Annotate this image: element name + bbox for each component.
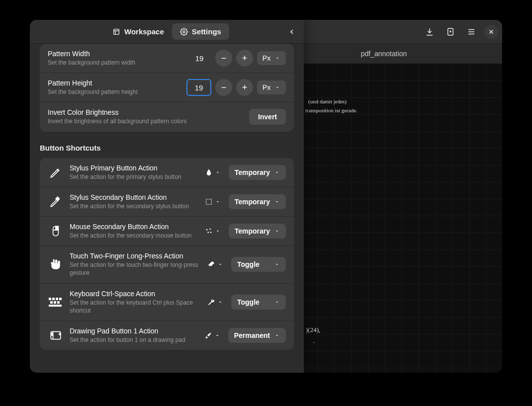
unit-label: Px — [263, 54, 270, 62]
increment-button[interactable]: + — [236, 50, 253, 67]
svg-point-6 — [206, 229, 207, 231]
mode-label: Temporary — [235, 198, 270, 206]
chevron-down-icon — [274, 84, 280, 90]
main-window: eenshots-pages ecture_note_2 pdf_annotat… — [30, 20, 502, 373]
pattern-group: Pattern Width Set the background pattern… — [40, 44, 294, 132]
handwriting: . — [313, 337, 315, 345]
shortcuts-group: Stylus Primary Button Action Set the act… — [40, 158, 294, 350]
increment-button[interactable]: + — [236, 79, 253, 96]
close-icon[interactable] — [484, 25, 498, 39]
unit-label: Px — [263, 83, 270, 91]
collapse-panel-button[interactable] — [284, 24, 300, 40]
mouse-icon — [48, 225, 64, 238]
chevron-down-icon — [214, 332, 220, 338]
decrement-button[interactable]: − — [215, 79, 232, 96]
svg-rect-1 — [114, 29, 119, 34]
svg-rect-14 — [50, 301, 53, 304]
row-subtitle: Set the action for button 1 on a drawing… — [70, 336, 196, 344]
row-subtitle: Set the action for the touch two-finger … — [70, 261, 199, 277]
decrement-button[interactable]: − — [215, 50, 232, 67]
svg-text:+: + — [59, 332, 61, 336]
unit-select[interactable]: Px — [257, 51, 286, 65]
svg-text:1: 1 — [51, 332, 53, 336]
svg-point-9 — [210, 232, 211, 233]
mode-label: Toggle — [237, 298, 260, 306]
row-title: Stylus Secondary Button Action — [70, 193, 197, 201]
download-icon[interactable] — [422, 24, 438, 40]
pattern-height-input[interactable] — [186, 79, 211, 96]
touch-icon — [48, 258, 64, 271]
handwriting: (und damit jedes) — [308, 98, 347, 104]
pattern-width-row: Pattern Width Set the background pattern… — [40, 44, 294, 73]
chevron-down-icon — [274, 169, 280, 175]
page-icon[interactable] — [443, 24, 458, 40]
mode-select[interactable]: Toggle — [231, 295, 286, 310]
svg-point-8 — [207, 232, 209, 233]
shortcut-row: Touch Two-Finger Long-Press Action Set t… — [40, 246, 294, 283]
mode-select[interactable]: Temporary — [229, 165, 286, 180]
invert-color-row: Invert Color Brightness Invert the brigh… — [40, 102, 294, 131]
chevron-down-icon — [217, 299, 223, 305]
mode-label: Permanent — [234, 331, 270, 339]
drop-icon — [205, 168, 213, 176]
chevron-down-icon — [217, 261, 223, 267]
gear-icon — [180, 28, 188, 36]
pattern-width-input[interactable] — [187, 50, 211, 66]
row-subtitle: Invert the brightness of all background … — [48, 117, 243, 125]
menu-icon[interactable] — [463, 24, 479, 40]
shortcut-row: Stylus Secondary Button Action Set the a… — [40, 187, 294, 217]
row-title: Stylus Primary Button Action — [70, 164, 197, 172]
chevron-down-icon — [274, 332, 280, 338]
mode-select[interactable]: Temporary — [229, 224, 286, 239]
svg-rect-13 — [59, 298, 62, 300]
chevron-down-icon — [274, 261, 280, 267]
shortcut-row: Stylus Primary Button Action Set the act… — [40, 158, 294, 187]
svg-point-2 — [183, 31, 185, 33]
tool-action-select[interactable] — [202, 329, 222, 341]
brush-icon — [204, 331, 212, 339]
row-subtitle: Set the background pattern height — [48, 88, 180, 96]
row-subtitle: Set the action for the keyboard Ctrl plu… — [70, 299, 199, 315]
row-subtitle: Set the action for the secondary stylus … — [70, 202, 197, 210]
tab-settings[interactable]: Settings — [172, 23, 229, 40]
eraser-icon — [207, 260, 215, 268]
scatter-icon — [205, 227, 213, 235]
row-title: Pattern Height — [48, 79, 180, 87]
chevron-down-icon — [215, 228, 221, 234]
svg-rect-17 — [49, 305, 62, 307]
row-title: Keyboard Ctrl-Space Action — [70, 290, 199, 298]
svg-rect-12 — [56, 298, 58, 300]
select-icon — [205, 198, 213, 206]
chevron-left-icon — [288, 28, 296, 36]
tab-workspace[interactable]: Workspace — [104, 23, 172, 40]
mode-select[interactable]: Temporary — [229, 194, 286, 209]
tool-action-select[interactable] — [203, 225, 223, 237]
handwriting: )(24), — [306, 326, 320, 334]
mode-select[interactable]: Toggle — [231, 257, 286, 272]
pattern-height-row: Pattern Height Set the background patter… — [40, 73, 294, 102]
chevron-down-icon — [274, 55, 280, 61]
unit-select[interactable]: Px — [257, 81, 286, 94]
chevron-down-icon — [215, 169, 221, 175]
tool-action-select[interactable] — [205, 258, 225, 270]
panel-header: Workspace Settings — [30, 20, 304, 44]
tool-action-select[interactable] — [203, 166, 223, 178]
panel-body[interactable]: Pattern Width Set the background pattern… — [30, 44, 304, 373]
tab-label: Workspace — [124, 27, 164, 36]
stylus2-icon — [48, 195, 64, 208]
pad-icon: 1+ — [48, 329, 64, 342]
tool-action-select[interactable] — [203, 196, 223, 208]
svg-rect-15 — [54, 301, 56, 304]
mode-label: Toggle — [237, 260, 260, 268]
row-subtitle: Set the action for the primary stylus bu… — [70, 173, 197, 181]
row-subtitle: Set the action for the secondary mouse b… — [70, 232, 197, 240]
invert-button[interactable]: Invert — [249, 109, 286, 125]
chevron-down-icon — [274, 299, 280, 305]
tool-action-select[interactable] — [205, 296, 225, 308]
shortcut-row: Keyboard Ctrl-Space Action Set the actio… — [40, 284, 294, 321]
mode-label: Temporary — [235, 168, 270, 176]
svg-point-7 — [209, 229, 211, 230]
row-title: Invert Color Brightness — [48, 108, 243, 116]
mode-select[interactable]: Permanent — [228, 328, 286, 343]
chevron-down-icon — [274, 199, 280, 205]
